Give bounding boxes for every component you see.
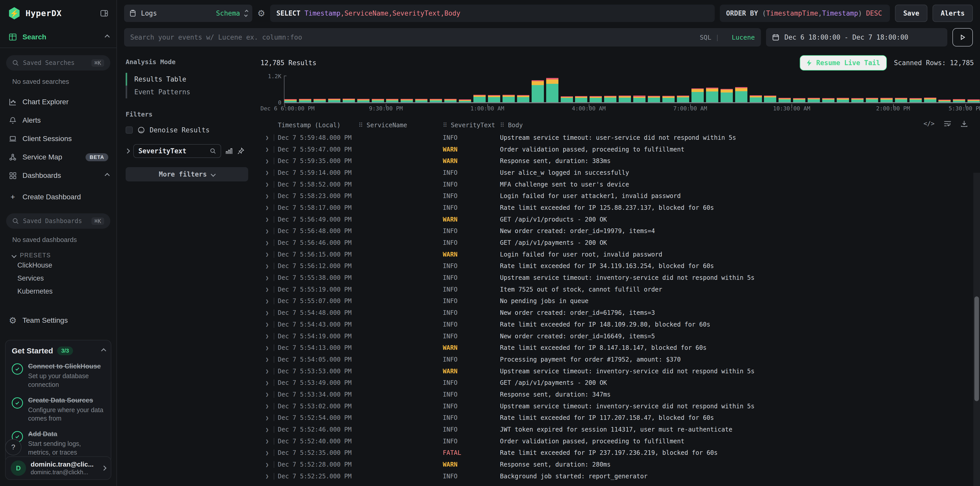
table-row[interactable]: ❯ Dec 7 5:55:19.000 PM INFO Item 7525 ou… bbox=[261, 284, 980, 295]
search-icon[interactable] bbox=[210, 148, 216, 154]
histogram-bar[interactable] bbox=[793, 98, 805, 102]
table-row[interactable]: ❯ Dec 7 5:59:14.000 PM INFO User alice_w… bbox=[261, 167, 980, 178]
row-expand-icon[interactable]: ❯ bbox=[261, 333, 274, 339]
table-row[interactable]: ❯ Dec 7 5:52:25.000 PM INFO Background j… bbox=[261, 470, 980, 482]
download-icon[interactable] bbox=[961, 120, 968, 127]
table-row[interactable]: ❯ Dec 7 5:52:46.000 PM INFO JWT token ex… bbox=[261, 424, 980, 435]
histogram-bar[interactable] bbox=[561, 96, 573, 102]
row-expand-icon[interactable]: ❯ bbox=[261, 310, 274, 316]
lang-sql-toggle[interactable]: SQL bbox=[700, 34, 711, 41]
table-row[interactable]: ❯ Dec 7 5:53:34.000 PM INFO Response sen… bbox=[261, 389, 980, 400]
histogram-bar[interactable] bbox=[721, 89, 733, 102]
col-servicename[interactable]: ⠿ServiceName bbox=[358, 122, 443, 129]
histogram-bar[interactable] bbox=[430, 99, 442, 102]
histogram-bar[interactable] bbox=[648, 96, 660, 102]
sidebar-item-team-settings[interactable]: ⚙ Team Settings bbox=[0, 311, 116, 330]
histogram-bar[interactable] bbox=[822, 98, 834, 102]
get-started-step[interactable]: Add Data Start sending logs, metrics, or… bbox=[12, 430, 105, 457]
denoise-checkbox[interactable] bbox=[126, 126, 133, 134]
chevron-up-icon[interactable] bbox=[105, 173, 110, 178]
row-expand-icon[interactable]: ❯ bbox=[261, 345, 274, 351]
drag-handle-icon[interactable]: ⠿ bbox=[358, 122, 363, 129]
get-started-step[interactable]: Create Data Sources Configure where your… bbox=[12, 396, 105, 423]
histogram-bar[interactable] bbox=[677, 96, 689, 102]
drag-handle-icon[interactable]: ⠿ bbox=[443, 122, 447, 129]
table-row[interactable]: ❯ Dec 7 5:56:46.000 PM INFO GET /api/v1/… bbox=[261, 237, 980, 249]
table-row[interactable]: ❯ Dec 7 5:58:52.000 PM INFO MFA challeng… bbox=[261, 178, 980, 190]
row-expand-icon[interactable]: ❯ bbox=[261, 251, 274, 258]
table-row[interactable]: ❯ Dec 7 5:59:47.000 PM WARN Order valida… bbox=[261, 143, 980, 155]
table-row[interactable]: ❯ Dec 7 5:54:19.000 PM INFO New order cr… bbox=[261, 330, 980, 342]
histogram-bar[interactable] bbox=[590, 96, 602, 102]
row-expand-icon[interactable]: ❯ bbox=[261, 450, 274, 456]
histogram-bar[interactable] bbox=[967, 99, 980, 102]
table-row[interactable]: ❯ Dec 7 5:54:05.000 PM INFO Processing p… bbox=[261, 354, 980, 365]
table-row[interactable]: ❯ Dec 7 5:58:23.000 PM INFO Login failed… bbox=[261, 190, 980, 202]
row-expand-icon[interactable]: ❯ bbox=[261, 286, 274, 293]
saved-searches-input[interactable]: Saved Searches ⌘K bbox=[6, 55, 110, 70]
histogram-bar[interactable] bbox=[692, 88, 704, 102]
histogram-bar[interactable] bbox=[575, 96, 587, 102]
histogram-bar[interactable] bbox=[488, 95, 500, 102]
select-query-input[interactable]: SELECT Timestamp,ServiceName,SeverityTex… bbox=[270, 5, 715, 22]
table-row[interactable]: ❯ Dec 7 5:53:02.000 PM INFO Upstream ser… bbox=[261, 400, 980, 412]
histogram-bar[interactable] bbox=[764, 96, 776, 102]
histogram-bar[interactable] bbox=[459, 99, 471, 102]
table-scrollbar[interactable] bbox=[974, 173, 980, 486]
table-row[interactable]: ❯ Dec 7 5:52:40.000 PM INFO Order valida… bbox=[261, 435, 980, 447]
get-started-step[interactable]: Connect to ClickHouse Set up your databa… bbox=[12, 362, 105, 389]
alerts-button[interactable]: Alerts bbox=[932, 5, 973, 22]
sidebar-item-dashboards[interactable]: Dashboards bbox=[0, 166, 116, 185]
preset-kubernetes[interactable]: Kubernetes bbox=[0, 285, 116, 298]
help-button[interactable]: ? bbox=[5, 439, 21, 455]
col-body[interactable]: ⠿Body bbox=[500, 122, 980, 129]
row-expand-icon[interactable]: ❯ bbox=[261, 169, 274, 176]
histogram-bar[interactable] bbox=[895, 98, 907, 102]
histogram-bars[interactable] bbox=[285, 76, 980, 103]
event-search-input[interactable]: Search your events w/ Lucene ex. column:… bbox=[124, 28, 761, 46]
row-expand-icon[interactable]: ❯ bbox=[261, 263, 274, 269]
histogram-bar[interactable] bbox=[604, 96, 616, 102]
histogram-bar[interactable] bbox=[299, 99, 311, 102]
table-row[interactable]: ❯ Dec 7 5:53:49.000 PM INFO GET /api/v1/… bbox=[261, 377, 980, 389]
row-expand-icon[interactable]: ❯ bbox=[261, 473, 274, 480]
histogram-bar[interactable] bbox=[473, 95, 486, 102]
table-row[interactable]: ❯ Dec 7 5:56:48.000 PM INFO New order cr… bbox=[261, 225, 980, 237]
mode-event-patterns[interactable]: Event Patterns bbox=[126, 86, 248, 98]
histogram-bar[interactable] bbox=[517, 95, 529, 102]
histogram-bar[interactable] bbox=[750, 95, 762, 102]
table-row[interactable]: ❯ Dec 7 5:53:53.000 PM WARN Upstream ser… bbox=[261, 365, 980, 377]
table-row[interactable]: ❯ Dec 7 5:52:54.000 PM INFO Rate limit e… bbox=[261, 412, 980, 424]
row-expand-icon[interactable]: ❯ bbox=[261, 240, 274, 246]
table-row[interactable]: ❯ Dec 7 5:58:17.000 PM INFO Rate limit e… bbox=[261, 202, 980, 214]
source-settings-gear-icon[interactable]: ⚙ bbox=[258, 8, 265, 18]
row-expand-icon[interactable]: ❯ bbox=[261, 415, 274, 421]
histogram-bar[interactable] bbox=[924, 97, 936, 102]
histogram-bar[interactable] bbox=[357, 99, 369, 102]
run-query-button[interactable] bbox=[953, 28, 973, 46]
table-row[interactable]: ❯ Dec 7 5:52:28.000 PM WARN Response sen… bbox=[261, 459, 980, 470]
histogram-bar[interactable] bbox=[778, 98, 791, 102]
wrap-lines-icon[interactable] bbox=[944, 120, 951, 127]
row-expand-icon[interactable]: ❯ bbox=[261, 181, 274, 188]
presets-header[interactable]: PRESETS bbox=[0, 244, 116, 259]
resume-live-tail-button[interactable]: Resume Live Tail bbox=[800, 55, 886, 70]
table-row[interactable]: ❯ Dec 7 5:52:35.000 PM FATAL Rate limit … bbox=[261, 447, 980, 459]
histogram-bar[interactable] bbox=[662, 96, 675, 102]
save-button[interactable]: Save bbox=[895, 5, 928, 22]
row-expand-icon[interactable]: ❯ bbox=[261, 427, 274, 433]
pin-icon[interactable] bbox=[237, 147, 245, 155]
events-histogram[interactable]: 1.2K 0 Dec 6 6:00:00 PM9:30:00 PM1:00:00… bbox=[261, 73, 980, 112]
col-timestamp[interactable]: Timestamp (Local) bbox=[278, 122, 358, 129]
histogram-bar[interactable] bbox=[328, 99, 340, 102]
row-expand-icon[interactable]: ❯ bbox=[261, 462, 274, 468]
table-row[interactable]: ❯ Dec 7 5:54:43.000 PM INFO Rate limit e… bbox=[261, 319, 980, 330]
histogram-bar[interactable] bbox=[808, 98, 820, 102]
sidebar-item-chart-explorer[interactable]: Chart Explorer bbox=[0, 93, 116, 111]
histogram-bar[interactable] bbox=[503, 95, 515, 102]
row-expand-icon[interactable]: ❯ bbox=[261, 380, 274, 386]
chevron-up-icon[interactable] bbox=[101, 348, 106, 354]
histogram-bar[interactable] bbox=[415, 99, 428, 102]
row-expand-icon[interactable]: ❯ bbox=[261, 391, 274, 398]
row-expand-icon[interactable]: ❯ bbox=[261, 228, 274, 234]
